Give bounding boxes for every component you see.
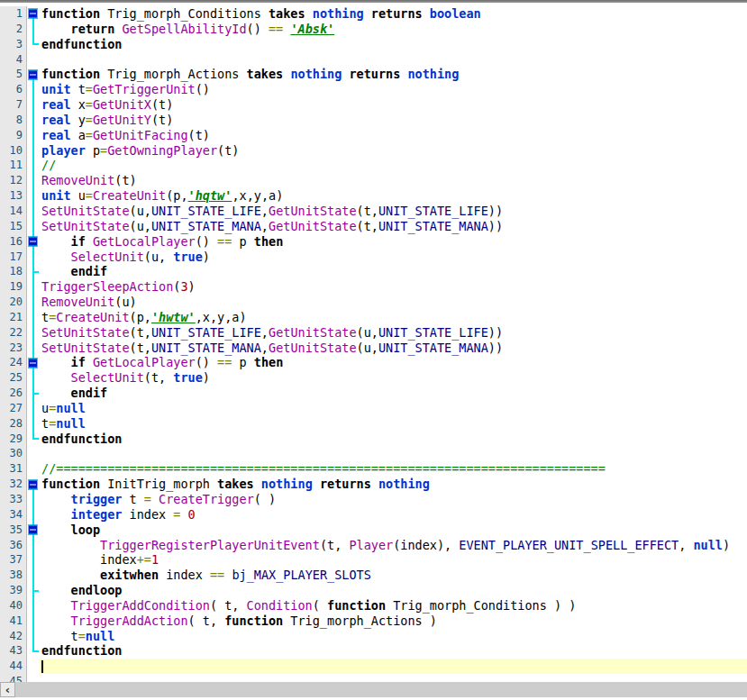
fold-collapse-icon[interactable]: [28, 479, 38, 489]
code-token: ,: [261, 341, 269, 355]
code-line[interactable]: 21t=CreateUnit(p,'hwtw',x,y,a): [0, 310, 747, 325]
line-number: 21: [0, 310, 27, 325]
code-line[interactable]: 18 endif: [0, 264, 747, 279]
code-token: //: [41, 158, 56, 172]
fold-collapse-icon[interactable]: [28, 525, 38, 535]
code-line[interactable]: 41 TriggerAddAction( t, function Trig_mo…: [0, 614, 747, 629]
line-number: 15: [0, 219, 27, 234]
scroll-left-button[interactable]: ‹: [0, 682, 15, 697]
code-line[interactable]: 29endfunction: [0, 432, 747, 447]
code-line[interactable]: 36 TriggerRegisterPlayerUnitEvent(t, Pla…: [0, 538, 747, 553]
code-line[interactable]: 6unit t=GetTriggerUnit(): [0, 82, 747, 97]
code-token: then: [254, 234, 284, 249]
code-line[interactable]: 12RemoveUnit(t): [0, 173, 747, 188]
fold-margin: [27, 523, 40, 538]
line-number: 37: [0, 552, 27, 568]
code-line[interactable]: 28t=null: [0, 416, 747, 432]
code-token: index: [130, 507, 174, 522]
code-line[interactable]: 32function InitTrig_morph takes nothing …: [0, 477, 747, 492]
fold-collapse-icon[interactable]: [28, 9, 38, 19]
code-line[interactable]: 7real x=GetUnitX(t): [0, 97, 747, 113]
code-line[interactable]: 24 if GetLocalPlayer() == p then: [0, 355, 747, 370]
code-token: =: [86, 97, 93, 112]
code-line[interactable]: 3endfunction: [0, 37, 747, 52]
fold-margin: [27, 598, 40, 614]
code-line[interactable]: 10player p=GetOwningPlayer(t): [0, 143, 747, 159]
scrollbar-track[interactable]: [15, 682, 747, 697]
code-token: nothing: [313, 6, 371, 21]
code-token: return: [71, 22, 123, 36]
code-token: index: [166, 568, 210, 582]
line-number: 10: [0, 143, 27, 159]
code-line[interactable]: 43endfunction: [0, 643, 747, 659]
fold-end-tick: [32, 438, 39, 440]
code-token: [41, 614, 71, 628]
code-line[interactable]: 16 if GetLocalPlayer() == p then: [0, 234, 747, 250]
code-line[interactable]: 25 SelectUnit(t, true): [0, 370, 747, 386]
code-line[interactable]: 11//: [0, 158, 747, 173]
fold-connector-line: [32, 538, 34, 553]
fold-collapse-icon[interactable]: [28, 358, 38, 368]
code-text: RemoveUnit(u): [40, 295, 747, 310]
code-token: GetUnitFacing: [93, 128, 188, 142]
code-line[interactable]: 35 loop: [0, 523, 747, 538]
code-line[interactable]: 38 exitwhen index == bj_MAX_PLAYER_SLOTS: [0, 568, 747, 583]
code-line[interactable]: 8real y=GetUnitY(t): [0, 113, 747, 128]
code-token: GetUnitState: [269, 341, 357, 355]
code-line[interactable]: 15SetUnitState(u,UNIT_STATE_MANA,GetUnit…: [0, 219, 747, 234]
horizontal-scrollbar[interactable]: ‹: [0, 682, 747, 697]
code-token: unit: [41, 188, 78, 203]
code-token: =: [78, 629, 86, 643]
line-number: 38: [0, 568, 27, 583]
fold-collapse-icon[interactable]: [28, 237, 38, 247]
code-token: p: [93, 143, 100, 158]
line-number: 30: [0, 446, 27, 461]
line-number: 7: [0, 97, 27, 113]
code-line[interactable]: 17 SelectUnit(u, true): [0, 250, 747, 265]
code-token: ): [203, 370, 210, 385]
code-text: t=null: [40, 629, 747, 644]
fold-end-tick: [32, 650, 39, 652]
code-line[interactable]: 39 endloop: [0, 583, 747, 598]
code-line[interactable]: 20RemoveUnit(u): [0, 295, 747, 310]
code-token: null: [56, 416, 86, 431]
code-line[interactable]: 33 trigger t = CreateTrigger( ): [0, 492, 747, 507]
code-token: p: [232, 234, 253, 249]
fold-connector-line: [32, 204, 34, 219]
code-line[interactable]: 1function Trig_morph_Conditions takes no…: [0, 6, 747, 22]
code-line[interactable]: 4: [0, 52, 747, 68]
code-line[interactable]: 19TriggerSleepAction(3): [0, 279, 747, 295]
fold-connector-line: [32, 82, 34, 97]
line-number: 26: [0, 386, 27, 401]
fold-margin: [27, 6, 40, 22]
code-line[interactable]: 14SetUnitState(u,UNIT_STATE_LIFE,GetUnit…: [0, 204, 747, 219]
code-token: //======================================…: [41, 461, 606, 476]
text-caret: [41, 660, 43, 673]
code-token: p: [232, 355, 253, 369]
code-line[interactable]: 27u=null: [0, 401, 747, 416]
code-line[interactable]: 31//====================================…: [0, 461, 747, 477]
code-text: RemoveUnit(t): [40, 173, 747, 188]
code-token: (): [247, 22, 269, 36]
code-line[interactable]: 44: [0, 659, 747, 674]
code-line[interactable]: 9real a=GetUnitFacing(t): [0, 128, 747, 143]
code-token: (t,: [144, 370, 174, 385]
code-line[interactable]: 30: [0, 446, 747, 461]
fold-collapse-icon[interactable]: [28, 69, 38, 79]
code-line[interactable]: 23SetUnitState(t,UNIT_STATE_MANA,GetUnit…: [0, 341, 747, 356]
line-number: 13: [0, 188, 27, 204]
code-token: GetOwningPlayer: [107, 143, 217, 158]
code-token: y: [78, 113, 86, 127]
code-line[interactable]: 26 endif: [0, 386, 747, 401]
code-line[interactable]: 34 integer index = 0: [0, 507, 747, 523]
fold-end-tick: [32, 590, 39, 592]
code-line[interactable]: 40 TriggerAddCondition( t, Condition( fu…: [0, 598, 747, 614]
code-line[interactable]: 2 return GetSpellAbilityId() == 'Absk': [0, 22, 747, 37]
code-line[interactable]: 13unit u=CreateUnit(p,'hqtw',x,y,a): [0, 188, 747, 204]
code-line[interactable]: 22SetUnitState(t,UNIT_STATE_LIFE,GetUnit…: [0, 325, 747, 341]
code-token: ==: [217, 234, 232, 249]
code-token: ( ): [254, 492, 276, 506]
code-line[interactable]: 37 index+=1: [0, 552, 747, 568]
code-line[interactable]: 5function Trig_morph_Actions takes nothi…: [0, 67, 747, 82]
code-line[interactable]: 42 t=null: [0, 629, 747, 644]
